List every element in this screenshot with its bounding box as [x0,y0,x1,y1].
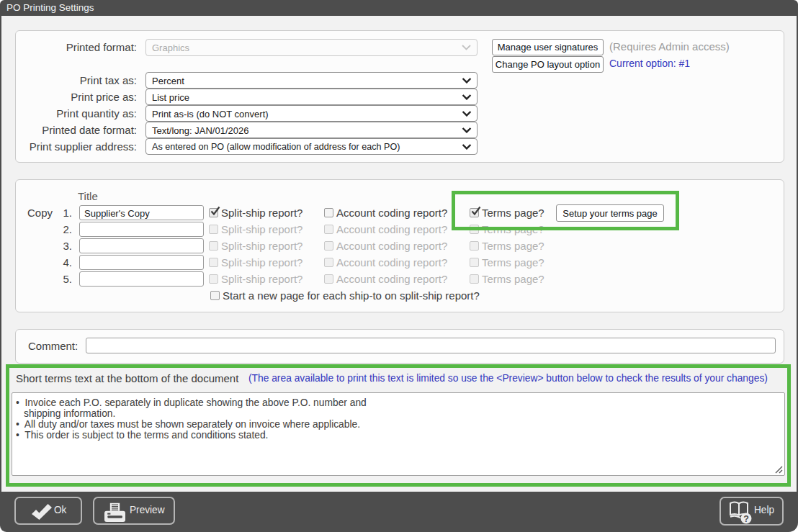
svg-text:?: ? [743,514,749,524]
